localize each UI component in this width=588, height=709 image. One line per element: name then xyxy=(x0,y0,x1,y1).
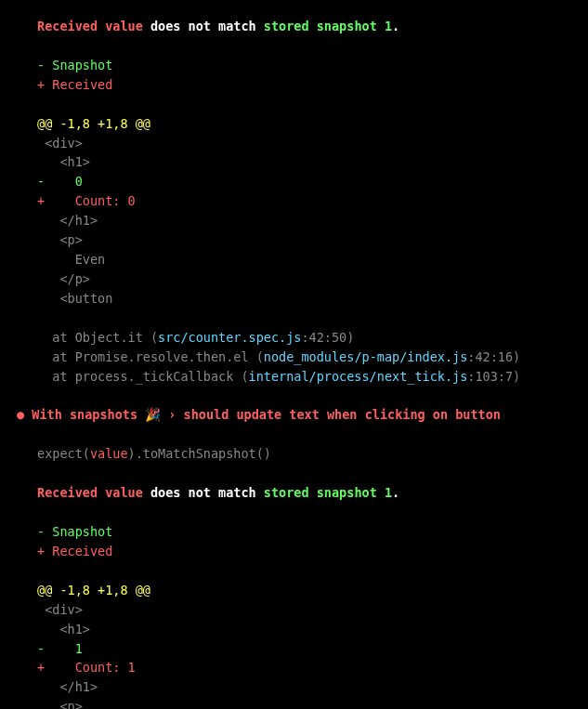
stack-frame: at Promise.resolve.then.el (node_modules… xyxy=(37,348,569,367)
mismatch-mid: does not match xyxy=(143,485,264,500)
stored-snapshot-text: stored snapshot 1 xyxy=(264,19,392,33)
blank-line xyxy=(37,309,569,328)
legend-received: + Received xyxy=(37,542,569,561)
diff-removed: - 0 xyxy=(37,172,569,191)
blank-line xyxy=(37,561,569,581)
test-title-text: With snapshots 🎉 › should update text wh… xyxy=(32,407,501,422)
diff-context: <p> xyxy=(37,230,569,250)
diff-context: <button xyxy=(37,289,569,309)
diff-added: + Count: 0 xyxy=(37,191,569,211)
mismatch-mid: does not match xyxy=(143,19,264,33)
diff-context: </h1> xyxy=(37,211,569,230)
diff-hunk-header: @@ -1,8 +1,8 @@ xyxy=(37,114,569,134)
stack-file: src/counter.spec.js xyxy=(158,330,301,345)
diff-context: </h1> xyxy=(37,677,569,697)
received-value-text: Received value xyxy=(37,19,143,33)
blank-line xyxy=(37,464,569,483)
diff-context: <h1> xyxy=(37,152,569,172)
mismatch-dot: . xyxy=(392,19,399,33)
bullet-icon: ● xyxy=(17,407,32,422)
blank-line xyxy=(37,503,569,522)
mismatch-message: Received value does not match stored sna… xyxy=(37,17,569,36)
mismatch-message: Received value does not match stored sna… xyxy=(37,483,569,503)
diff-context: </p> xyxy=(37,269,569,289)
stack-file: internal/process/next_tick.js xyxy=(249,369,468,384)
blank-line xyxy=(37,36,569,56)
diff-context: <div> xyxy=(37,600,569,620)
mismatch-dot: . xyxy=(392,485,399,500)
expect-line: expect(value).toMatchSnapshot() xyxy=(37,444,569,464)
diff-context: <p> xyxy=(37,697,569,709)
legend-snapshot: - Snapshot xyxy=(37,56,569,75)
stack-file: node_modules/p-map/index.js xyxy=(264,349,467,364)
diff-hunk-header: @@ -1,8 +1,8 @@ xyxy=(37,581,569,600)
legend-snapshot: - Snapshot xyxy=(37,522,569,542)
diff-context: <div> xyxy=(37,134,569,153)
terminal-output: Received value does not match stored sna… xyxy=(37,17,569,709)
stack-frame: at Object.it (src/counter.spec.js:42:50) xyxy=(37,328,569,348)
legend-received: + Received xyxy=(37,75,569,95)
received-value-text: Received value xyxy=(37,485,143,500)
diff-added: + Count: 1 xyxy=(37,658,569,677)
blank-line xyxy=(37,387,569,406)
test-title: ● With snapshots 🎉 › should update text … xyxy=(17,405,569,425)
blank-line xyxy=(37,425,569,444)
diff-context: Even xyxy=(37,250,569,269)
diff-removed: - 1 xyxy=(37,639,569,659)
blank-line xyxy=(37,95,569,114)
diff-context: <h1> xyxy=(37,620,569,639)
stack-frame: at process._tickCallback (internal/proce… xyxy=(37,367,569,387)
stored-snapshot-text: stored snapshot 1 xyxy=(264,485,392,500)
